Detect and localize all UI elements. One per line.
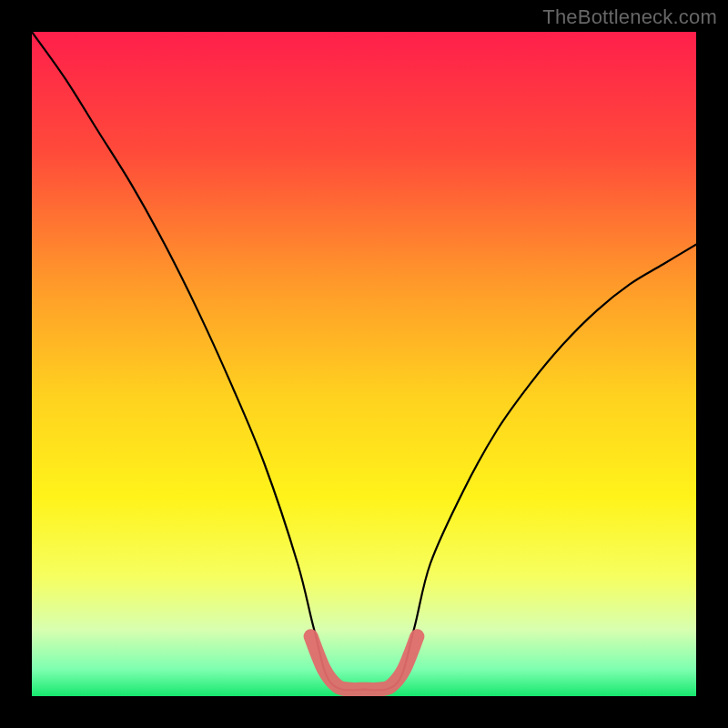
chart-frame: TheBottleneck.com [0,0,728,728]
watermark-text: TheBottleneck.com [542,5,717,29]
gradient-background [32,32,696,696]
bottleneck-chart [32,32,696,696]
plot-area [32,32,696,696]
